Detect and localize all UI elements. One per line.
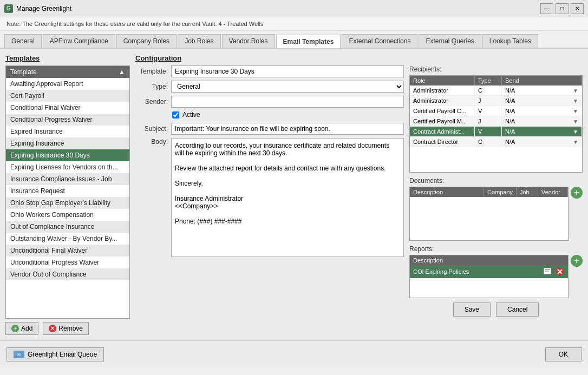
table-row[interactable]: Certified Payroll M... J N/A▼ <box>410 116 582 127</box>
template-label: Template: <box>135 68 168 75</box>
greenlight-email-queue-button[interactable]: ✉ Greenlight Email Queue <box>6 347 104 361</box>
save-button[interactable]: Save <box>453 302 491 317</box>
templates-list[interactable]: Awaiting Approval Report Cert Payroll Co… <box>6 78 129 318</box>
dropdown-arrow-icon[interactable]: ▼ <box>573 139 578 145</box>
recipients-table-header: Role Type Send <box>410 76 582 85</box>
recipients-table: Role Type Send Administrator C N/A▼ Admi… <box>409 75 583 173</box>
list-item[interactable]: Ohio Stop Gap Employer's Liability <box>6 197 129 209</box>
list-item[interactable]: Vendor Out of Compliance <box>6 268 129 280</box>
config-top: Template: Type: General Sender: Active <box>135 65 583 335</box>
list-item[interactable]: Out of Compliance Insurance <box>6 221 129 233</box>
documents-table-header: Description Company Job Vendor <box>410 187 568 197</box>
note-text: Note: The Greenlight settings for these … <box>6 21 263 27</box>
tab-email-templates[interactable]: Email Templates <box>276 35 341 48</box>
cancel-button[interactable]: Cancel <box>496 302 539 317</box>
table-row[interactable]: COI Expiring Policies <box>410 265 568 278</box>
title-bar: G Manage Greenlight — □ ✕ <box>0 0 588 17</box>
list-item[interactable]: Outstanding Waiver - By Vendor By... <box>6 233 129 245</box>
td-send: N/A▼ <box>502 116 582 126</box>
remove-template-button[interactable]: ✕ Remove <box>43 322 89 335</box>
table-row[interactable]: Administrator J N/A▼ <box>410 96 582 106</box>
list-item[interactable]: Conditional Final Waiver <box>6 102 129 114</box>
table-row[interactable]: Certified Payroll C... V N/A▼ <box>410 106 582 116</box>
th-job: Job <box>517 187 538 197</box>
list-item[interactable]: Expiring Insurance <box>6 137 129 149</box>
ok-button[interactable]: OK <box>545 347 582 361</box>
list-item[interactable]: Expired Insurance <box>6 126 129 137</box>
active-checkbox[interactable] <box>172 111 179 119</box>
list-item[interactable]: Unconditional Progress Waiver <box>6 256 129 268</box>
list-item[interactable]: Cert Payroll <box>6 90 129 102</box>
dropdown-arrow-icon[interactable]: ▼ <box>573 88 578 94</box>
templates-list-container: Template ▲ Awaiting Approval Report Cert… <box>5 65 130 319</box>
title-bar-title: Manage Greenlight <box>16 5 71 12</box>
maximize-button[interactable]: □ <box>556 3 569 14</box>
td-send: N/A▼ <box>502 127 582 136</box>
list-item[interactable]: Insurance Request <box>6 185 129 197</box>
recipients-section: Recipients: Role Type Send Administrator… <box>409 65 583 335</box>
template-row: Template: <box>135 65 404 77</box>
list-item-selected[interactable]: Expiring Insurance 30 Days <box>6 149 129 161</box>
th-company: Company <box>484 187 517 197</box>
th-vendor: Vendor <box>538 187 568 197</box>
list-item[interactable]: Awaiting Approval Report <box>6 78 129 90</box>
template-input[interactable] <box>171 65 404 77</box>
th-type: Type <box>475 76 502 85</box>
td-type: C <box>475 85 502 95</box>
type-select[interactable]: General <box>171 81 404 93</box>
tab-job-roles[interactable]: Job Roles <box>178 34 220 48</box>
list-item[interactable]: Insurance Compliance Issues - Job <box>6 173 129 185</box>
body-label: Body: <box>135 138 168 146</box>
td-role: Administrator <box>410 96 475 106</box>
add-label: Add <box>21 325 32 332</box>
add-template-button[interactable]: + Add <box>5 322 38 335</box>
td-send: N/A▼ <box>502 85 582 95</box>
remove-report-icon[interactable] <box>555 267 565 277</box>
reports-label: Reports: <box>409 245 583 253</box>
dropdown-arrow-icon[interactable]: ▼ <box>573 129 578 135</box>
add-document-button[interactable]: + <box>571 187 583 199</box>
bottom-buttons: + Add ✕ Remove <box>5 322 130 335</box>
subject-input[interactable] <box>171 123 404 135</box>
list-item[interactable]: Expiring Licenses for Vendors on th... <box>6 161 129 173</box>
tab-vendor-roles[interactable]: Vendor Roles <box>222 34 275 48</box>
tab-external-connections[interactable]: External Connections <box>342 34 417 48</box>
tab-general[interactable]: General <box>4 34 42 48</box>
remove-label: Remove <box>58 325 83 332</box>
type-label: Type: <box>135 83 168 90</box>
report-row-text: COI Expiring Policies <box>413 268 541 275</box>
documents-table-body <box>410 197 568 240</box>
table-row[interactable]: Administrator C N/A▼ <box>410 85 582 96</box>
tab-external-queries[interactable]: External Queries <box>419 34 481 48</box>
add-report-button[interactable]: + <box>571 255 583 267</box>
tab-lookup-tables[interactable]: Lookup Tables <box>482 34 538 48</box>
td-send: N/A▼ <box>502 96 582 106</box>
dropdown-arrow-icon[interactable]: ▼ <box>573 98 578 104</box>
email-icon: ✉ <box>14 351 24 358</box>
reports-table: Description COI Expiring Policies <box>409 255 569 298</box>
app-icon: G <box>4 4 13 13</box>
table-row[interactable]: Contract Director C N/A▼ <box>410 137 582 147</box>
template-header-label: Template <box>10 68 37 76</box>
tab-company-roles[interactable]: Company Roles <box>116 34 177 48</box>
edit-report-icon[interactable] <box>543 267 553 277</box>
minimize-button[interactable]: — <box>540 3 553 14</box>
templates-list-header: Template ▲ <box>6 66 129 78</box>
list-item[interactable]: Ohio Workers Compensation <box>6 209 129 221</box>
table-row-selected[interactable]: Contract Administ... V N/A▼ <box>410 127 582 137</box>
body-textarea[interactable]: According to our records, your insurance… <box>171 138 404 257</box>
save-cancel-row: Save Cancel <box>409 302 583 317</box>
list-item[interactable]: Conditional Progress Waiver <box>6 114 129 126</box>
dropdown-arrow-icon[interactable]: ▼ <box>573 108 578 114</box>
td-role: Certified Payroll C... <box>410 106 475 116</box>
tab-apflow[interactable]: APFlow Compliance <box>43 34 115 48</box>
dropdown-arrow-icon[interactable]: ▼ <box>573 119 578 124</box>
th-desc: Description <box>410 187 484 197</box>
sender-input[interactable] <box>171 96 404 108</box>
sender-row: Sender: <box>135 96 404 108</box>
documents-label: Documents: <box>409 177 583 185</box>
list-item[interactable]: Unconditional Final Waiver <box>6 245 129 256</box>
close-button[interactable]: ✕ <box>571 3 584 14</box>
td-send: N/A▼ <box>502 137 582 147</box>
recipients-table-body: Administrator C N/A▼ Administrator J N/A… <box>410 85 582 172</box>
